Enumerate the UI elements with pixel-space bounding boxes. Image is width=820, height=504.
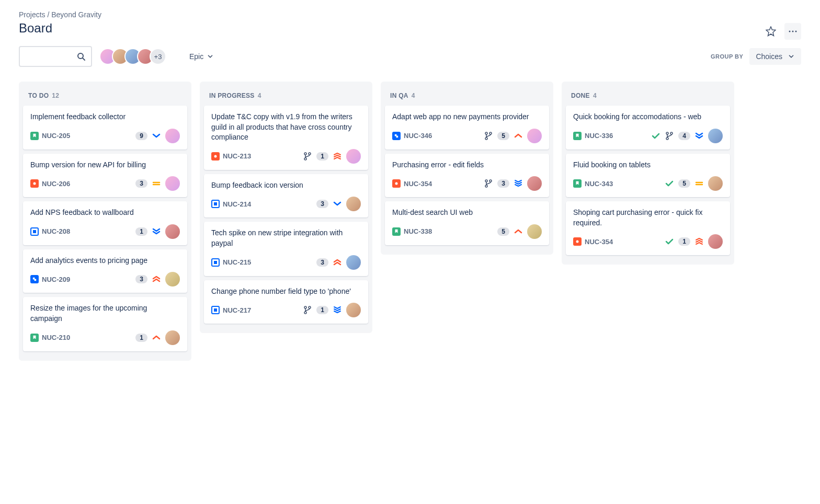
issue-key: NUC-217	[223, 306, 251, 314]
issue-card[interactable]: Shoping cart purchasing error - quick fi…	[566, 201, 730, 255]
assignee-avatar[interactable]	[165, 224, 180, 239]
issue-card[interactable]: Quick booking for accomodations - web NU…	[566, 106, 730, 150]
issue-key: NUC-215	[223, 258, 251, 266]
more-button[interactable]	[784, 23, 801, 40]
breadcrumb-project[interactable]: Beyond Gravity	[51, 10, 101, 19]
issue-key: NUC-209	[42, 276, 70, 283]
assignee-avatar[interactable]	[346, 197, 361, 211]
issue-card[interactable]: Tech spike on new stripe integration wit…	[204, 222, 368, 276]
story-points: 5	[497, 227, 509, 236]
issue-card[interactable]: Purchasing error - edit fields NUC-354 3	[385, 154, 549, 198]
breadcrumb-projects[interactable]: Projects	[19, 10, 45, 19]
issue-type-icon	[30, 227, 39, 236]
assignee-avatar[interactable]	[527, 176, 542, 191]
issue-card[interactable]: Add NPS feedback to wallboard NUC-208 1	[23, 201, 187, 245]
issue-card[interactable]: Resize the images for the upcoming campa…	[23, 297, 187, 351]
card-title: Implement feedback collector	[30, 112, 180, 122]
column-title: DONE	[571, 92, 590, 99]
issue-card[interactable]: Change phone number field type to 'phone…	[204, 280, 368, 324]
assignee-avatar[interactable]	[165, 129, 180, 143]
story-points: 3	[135, 179, 147, 188]
issue-type-icon	[573, 179, 582, 188]
column-title: IN PROGRESS	[209, 92, 255, 99]
column-title: TO DO	[28, 92, 49, 99]
issue-key: NUC-210	[42, 334, 70, 341]
story-points: 1	[135, 334, 147, 342]
toolbar: +3 Epic GROUP BY Choices	[19, 46, 801, 67]
breadcrumb: Projects / Beyond Gravity	[19, 10, 801, 19]
card-title: Update T&C copy with v1.9 from the write…	[211, 112, 361, 143]
issue-type-icon	[392, 132, 401, 140]
story-points: 1	[135, 227, 147, 236]
issue-type-icon	[392, 179, 401, 188]
card-title: Bump version for new API for billing	[30, 160, 180, 170]
card-title: Fluid booking on tablets	[573, 160, 723, 170]
priority-icon	[152, 274, 161, 284]
epic-filter-label: Epic	[189, 52, 203, 61]
assignee-avatar[interactable]	[346, 303, 361, 317]
search-input[interactable]	[19, 46, 92, 67]
assignee-avatar[interactable]	[165, 272, 180, 287]
star-button[interactable]	[762, 23, 779, 40]
issue-card[interactable]: Bump version for new API for billing NUC…	[23, 154, 187, 198]
story-points: 1	[316, 306, 328, 314]
issue-card[interactable]: Adapt web app no new payments provider N…	[385, 106, 549, 150]
assignee-avatar[interactable]	[527, 224, 542, 239]
issue-card[interactable]: Fluid booking on tablets NUC-343 5	[566, 154, 730, 198]
priority-icon	[333, 199, 342, 209]
issue-key: NUC-208	[42, 227, 70, 235]
assignee-avatar[interactable]	[346, 255, 361, 270]
column-header: DONE4	[566, 87, 730, 106]
done-check-icon	[665, 237, 674, 246]
issue-key: NUC-354	[404, 180, 432, 188]
assignee-avatar[interactable]	[165, 330, 180, 345]
avatar-overflow[interactable]: +3	[150, 48, 166, 65]
branch-icon	[665, 131, 674, 141]
story-points: 1	[316, 152, 328, 161]
page-title: Board	[19, 21, 801, 36]
issue-key: NUC-343	[585, 180, 613, 188]
assignee-avatar[interactable]	[165, 176, 180, 191]
priority-icon	[152, 227, 161, 236]
issue-key: NUC-336	[585, 132, 613, 140]
assignee-avatar[interactable]	[708, 129, 723, 143]
group-by-select[interactable]: Choices	[749, 48, 801, 65]
done-check-icon	[665, 179, 674, 188]
group-by: GROUP BY Choices	[711, 48, 801, 65]
epic-filter[interactable]: Epic	[184, 48, 219, 65]
issue-key: NUC-346	[404, 132, 432, 140]
issue-card[interactable]: Bump feedback icon version NUC-214 3	[204, 174, 368, 218]
story-points: 5	[497, 132, 509, 140]
card-title: Change phone number field type to 'phone…	[211, 287, 361, 297]
branch-icon	[484, 131, 493, 141]
assignee-avatar[interactable]	[708, 234, 723, 249]
done-check-icon	[651, 131, 660, 141]
card-title: Tech spike on new stripe integration wit…	[211, 228, 361, 248]
chevron-down-icon	[788, 53, 795, 60]
story-points: 4	[678, 132, 690, 140]
priority-icon	[514, 131, 523, 141]
card-title: Adapt web app no new payments provider	[392, 112, 542, 122]
column-header: IN PROGRESS4	[204, 87, 368, 106]
issue-type-icon	[211, 200, 220, 208]
board-column-inqa: IN QA4 Adapt web app no new payments pro…	[381, 82, 553, 255]
story-points: 3	[316, 258, 328, 267]
story-points: 1	[678, 237, 690, 246]
assignee-avatar[interactable]	[708, 176, 723, 191]
column-count: 4	[258, 92, 261, 99]
issue-key: NUC-338	[404, 227, 432, 235]
search-icon	[76, 52, 86, 61]
issue-card[interactable]: Add analytics events to pricing page NUC…	[23, 249, 187, 293]
group-by-label: GROUP BY	[711, 53, 743, 60]
branch-icon	[303, 152, 312, 161]
issue-card[interactable]: Multi-dest search UI web NUC-338 5	[385, 201, 549, 245]
assignee-avatar[interactable]	[527, 129, 542, 143]
branch-icon	[484, 179, 493, 188]
issue-card[interactable]: Implement feedback collector NUC-205 9	[23, 106, 187, 150]
story-points: 9	[135, 132, 147, 140]
card-title: Shoping cart purchasing error - quick fi…	[573, 208, 723, 228]
assignee-avatar[interactable]	[346, 149, 361, 164]
issue-card[interactable]: Update T&C copy with v1.9 from the write…	[204, 106, 368, 170]
board-column-todo: TO DO12 Implement feedback collector NUC…	[19, 82, 191, 361]
story-points: 3	[497, 179, 509, 188]
